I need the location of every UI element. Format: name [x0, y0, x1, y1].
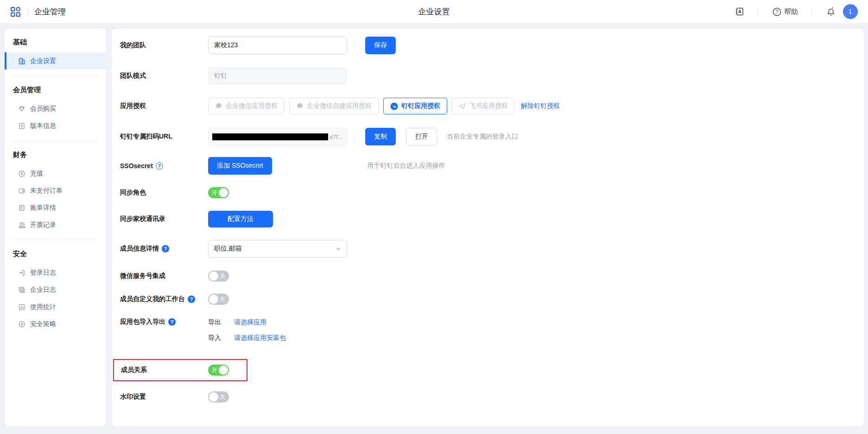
member-info-select-value: 职位,邮箱: [214, 245, 242, 253]
sidebar-item-label: 使用统计: [30, 303, 56, 311]
sync-role-toggle[interactable]: 开: [208, 187, 229, 198]
team-mode-label: 团队模式: [120, 72, 208, 80]
custom-workbench-toggle[interactable]: 关: [208, 294, 229, 305]
invoice-records-icon: [18, 221, 25, 229]
sidebar-item-label: 安全策略: [30, 320, 56, 328]
sidebar-item-usage-stats[interactable]: 使用统计: [5, 298, 106, 315]
sidebar-item-invoice-records[interactable]: 开票记录: [5, 216, 106, 233]
wechat-bubble-icon: [215, 102, 222, 110]
sidebar-item-label: 账单详情: [30, 204, 56, 212]
member-relation-highlight-box: 成员关系 开: [113, 359, 247, 381]
row-sync-role: 同步角色 开: [120, 187, 853, 198]
copy-url-button[interactable]: 复制: [365, 128, 396, 145]
select-app-package-link[interactable]: 请选择应用安装包: [234, 334, 286, 342]
member-info-select[interactable]: 职位,邮箱: [208, 240, 347, 258]
help-label: 帮助: [784, 7, 798, 16]
toggle-off-text: 关: [220, 393, 225, 401]
toggle-on-text: 开: [212, 366, 217, 374]
select-app-link[interactable]: 请选择应用: [234, 318, 266, 327]
wechat-self-app-auth-button[interactable]: 企业微信自建应用授权: [289, 98, 379, 114]
wechat-service-toggle[interactable]: 关: [208, 270, 229, 282]
toggle-knob: [209, 392, 218, 402]
sidebar-item-enterprise-log[interactable]: 企业日志: [5, 281, 106, 298]
app-package-help-icon[interactable]: ?: [168, 318, 176, 326]
help-button[interactable]: ? 帮助: [773, 7, 798, 16]
member-relation-label: 成员关系: [121, 366, 208, 374]
chevron-down-icon: [336, 246, 341, 252]
svg-text:?: ?: [776, 9, 779, 14]
sidebar-item-recharge[interactable]: 充值: [5, 165, 106, 182]
login-log-icon: [18, 269, 25, 277]
page-title: 企业设置: [418, 6, 450, 17]
sidebar-item-label: 企业设置: [30, 57, 56, 65]
version-info-icon: [18, 122, 25, 130]
toggle-knob: [219, 188, 228, 197]
custom-workbench-help-icon[interactable]: ?: [188, 296, 195, 303]
sidebar-section-security: 安全: [5, 240, 106, 264]
sidebar-item-label: 充值: [30, 170, 43, 178]
unbind-dingtalk-link[interactable]: 解除钉钉授权: [521, 102, 560, 110]
row-app-package: 应用包导入导出 ? 导出 请选择应用 导入 请选择应用安装包: [120, 317, 853, 344]
watermark-label: 水印设置: [120, 393, 208, 401]
contacts-icon[interactable]: [735, 7, 744, 16]
row-app-auth: 应用授权 企业微信应用授权 企业微信自建应用授权 钉钉应用授权: [120, 98, 853, 114]
row-custom-workbench: 成员自定义我的工作台 ? 关: [120, 294, 853, 305]
redacted-url-bar: [212, 133, 328, 140]
security-policy-icon: [18, 321, 25, 328]
sidebar-section-basic: 基础: [5, 29, 106, 52]
sidebar-item-member-purchase[interactable]: 会员购买: [5, 100, 106, 117]
sync-role-label: 同步角色: [120, 189, 208, 197]
wechat-bubble-icon: [296, 102, 304, 110]
row-qr-url: 钉钉专属扫码URL e7f... 复制 打开 当前企业专属的登录入口: [120, 128, 853, 145]
sync-contacts-label: 同步家校通讯录: [120, 215, 208, 223]
sidebar-section-finance: 财务: [5, 141, 106, 165]
toggle-knob: [209, 295, 218, 304]
dingtalk-auth-button[interactable]: 钉钉应用授权: [383, 98, 447, 114]
add-ssosecret-button[interactable]: 添加 SSOsecret: [208, 157, 272, 175]
sidebar-item-enterprise-settings[interactable]: 企业设置: [5, 52, 106, 69]
sidebar-item-label: 版本信息: [30, 122, 56, 130]
sidebar-item-label: 登录日志: [30, 269, 56, 277]
dingtalk-icon: [390, 102, 398, 110]
sidebar-item-login-log[interactable]: 登录日志: [5, 264, 106, 281]
team-mode-input: [208, 67, 347, 85]
topbar-divider: [812, 7, 812, 16]
wechat-work-auth-button[interactable]: 企业微信应用授权: [208, 98, 285, 114]
sidebar-item-unpaid-orders[interactable]: 未支付订单: [5, 182, 106, 199]
row-team-mode: 团队模式: [120, 67, 853, 85]
toggle-off-text: 关: [220, 296, 225, 303]
app-title: 企业管理: [34, 6, 66, 17]
config-method-button[interactable]: 配置方法: [208, 211, 273, 227]
qr-url-field[interactable]: e7f...: [208, 128, 347, 145]
member-relation-toggle[interactable]: 开: [208, 365, 229, 376]
member-info-help-icon[interactable]: ?: [162, 245, 169, 252]
sidebar-item-label: 开票记录: [30, 221, 56, 229]
app-grid-logo-icon[interactable]: [10, 6, 21, 17]
watermark-toggle[interactable]: 关: [208, 391, 229, 403]
row-ssosecret: SSOsecret ? 添加 SSOsecret 用于钉钉后台进入应用操作: [120, 157, 853, 175]
topbar: 企业管理 企业设置 ? 帮助: [0, 0, 868, 23]
user-avatar[interactable]: 1: [843, 4, 858, 19]
sidebar-section-membership: 会员管理: [5, 76, 106, 100]
paper-plane-icon: [459, 103, 466, 110]
unpaid-orders-icon: [18, 187, 25, 195]
ssosecret-help-icon[interactable]: ?: [156, 162, 163, 170]
toggle-knob: [209, 271, 218, 281]
row-sync-contacts: 同步家校通讯录 配置方法: [120, 211, 853, 227]
topbar-divider: [758, 7, 759, 16]
sidebar-item-version-info[interactable]: 版本信息: [5, 117, 106, 134]
topbar-divider: [27, 7, 28, 16]
save-button[interactable]: 保存: [365, 37, 396, 54]
toggle-off-text: 关: [220, 272, 225, 280]
enterprise-log-icon: [18, 286, 25, 294]
team-name-input[interactable]: [208, 37, 347, 54]
sidebar-item-security-policy[interactable]: 安全策略: [5, 315, 106, 333]
notification-bell-icon[interactable]: [826, 7, 836, 16]
sidebar-item-bill-details[interactable]: 账单详情: [5, 199, 106, 216]
qr-url-label: 钉钉专属扫码URL: [120, 132, 208, 141]
feishu-auth-button[interactable]: 飞书应用授权: [452, 98, 515, 114]
bill-details-icon: [18, 204, 25, 212]
open-url-button[interactable]: 打开: [406, 128, 437, 145]
url-tail-text: e7f...: [329, 133, 343, 140]
ssosecret-label: SSOsecret: [120, 162, 153, 170]
